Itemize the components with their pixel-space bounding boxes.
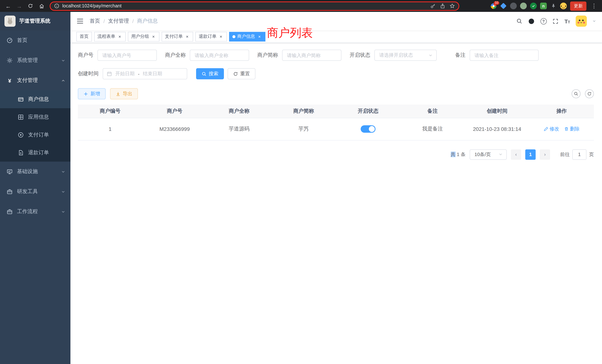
sidebar-submenu-payment: 商户信息 应用信息 支付订单 退款订单 (0, 90, 70, 162)
breadcrumb-payment[interactable]: 支付管理 (108, 18, 129, 24)
address-bar[interactable]: localhost:1024/pay/merchant (50, 1, 459, 11)
search-button[interactable]: 搜索 (196, 68, 224, 79)
cell-remark: 我是备注 (400, 118, 465, 140)
pagination-total-prefix: 共 (451, 151, 455, 157)
plus-icon (83, 91, 88, 96)
menu-fold-icon[interactable] (76, 17, 84, 25)
password-key-icon[interactable] (430, 3, 436, 9)
browser-forward-icon[interactable]: → (15, 1, 24, 10)
merchant-card-icon (18, 96, 24, 102)
short-name-input[interactable] (282, 50, 341, 61)
extension-green-square-icon[interactable]: n (540, 3, 547, 9)
merchant-no-input[interactable] (97, 50, 157, 61)
tags-view-bar: 首页 流程表单 × 用户分组 × 支付订单 × 退款订单 × (70, 30, 602, 43)
site-info-icon[interactable] (54, 3, 59, 9)
tab-process-form[interactable]: 流程表单 × (94, 32, 126, 41)
tab-refund-order[interactable]: 退款订单 × (195, 32, 227, 41)
browser-update-button[interactable]: 更新 (570, 1, 586, 11)
profile-avatar-icon[interactable]: •‿• (560, 3, 567, 9)
sidebar-item-system[interactable]: 系统管理 (0, 50, 70, 70)
font-size-icon[interactable]: TT (564, 18, 570, 24)
remark-input[interactable] (470, 50, 539, 61)
browser-reload-icon[interactable] (26, 1, 35, 10)
share-icon[interactable] (440, 3, 445, 9)
chevron-down-icon (429, 53, 433, 57)
goto-page-input[interactable] (572, 149, 586, 160)
extension-dark-circle-icon[interactable] (510, 3, 517, 9)
sidebar-item-infrastructure[interactable]: 基础设施 (0, 162, 70, 182)
delete-button[interactable]: 删除 (564, 126, 580, 132)
search-icon[interactable] (516, 18, 523, 24)
sidebar-item-dev-tools[interactable]: 研发工具 (0, 182, 70, 202)
col-short-name: 商户简称 (271, 105, 336, 118)
filter-row-1: 商户号 商户全称 商户简称 开启状态 请选择开启状态 (78, 50, 594, 61)
tab-user-group[interactable]: 用户分组 × (128, 32, 159, 41)
table-toolbar: 新增 导出 (78, 88, 594, 99)
export-button[interactable]: 导出 (110, 88, 138, 99)
status-toggle[interactable] (361, 125, 376, 133)
col-merchant-no: 商户号 (142, 105, 207, 118)
caret-down-icon[interactable] (592, 19, 596, 23)
status-select-placeholder: 请选择开启状态 (379, 52, 413, 59)
close-icon[interactable]: × (218, 34, 224, 39)
toggle-search-button[interactable] (572, 89, 580, 98)
sidebar-item-label: 研发工具 (17, 188, 38, 195)
tab-label: 退款订单 (199, 33, 216, 40)
close-icon[interactable]: × (257, 34, 262, 39)
close-icon[interactable]: × (117, 34, 122, 39)
sidebar-menu: 首页 系统管理 ¥ 支付管理 商户信息 (0, 30, 70, 222)
extension-pin-icon[interactable] (550, 3, 557, 9)
close-icon[interactable]: × (185, 34, 190, 39)
close-icon[interactable]: × (151, 34, 156, 39)
full-name-label: 商户全称 (165, 52, 186, 59)
fullscreen-icon[interactable] (552, 18, 559, 24)
tab-home[interactable]: 首页 (76, 32, 92, 41)
breadcrumb-home[interactable]: 首页 (90, 18, 100, 24)
screen: ← → localhost:1024/pay/merchant 10 n (0, 0, 602, 364)
calendar-icon (107, 71, 112, 76)
page-1-button[interactable]: 1 (525, 149, 536, 160)
browser-menu-icon[interactable]: ⋮ (590, 3, 598, 9)
extension-pinwheel-icon[interactable]: 10 (490, 3, 497, 9)
sidebar-item-payment[interactable]: ¥ 支付管理 (0, 70, 70, 90)
pagination-total: 共 1 条 (451, 151, 466, 158)
add-button[interactable]: 新增 (78, 88, 106, 99)
navbar-actions: ? TT (516, 16, 596, 27)
user-avatar[interactable] (576, 16, 587, 27)
sidebar-item-label: 退款订单 (28, 149, 49, 156)
document-icon (18, 150, 24, 156)
sidebar-item-label: 商户信息 (28, 96, 49, 103)
browser-back-icon[interactable]: ← (4, 1, 13, 10)
tab-merchant-info[interactable]: 商户信息 × (229, 32, 265, 41)
extension-gem-icon[interactable] (500, 3, 507, 9)
prev-page-button[interactable]: ‹ (511, 149, 521, 160)
refresh-table-button[interactable] (585, 89, 594, 98)
github-icon[interactable] (528, 18, 535, 24)
extension-check-icon[interactable] (530, 3, 537, 9)
reset-button[interactable]: 重置 (228, 68, 255, 79)
tab-pay-order[interactable]: 支付订单 × (162, 32, 193, 41)
page-size-select[interactable]: 10条/页 (470, 149, 507, 160)
bookmark-star-icon[interactable] (450, 3, 455, 9)
page-content: 商户号 商户全称 商户简称 开启状态 请选择开启状态 (70, 43, 602, 364)
sidebar-item-label: 首页 (17, 37, 27, 44)
edit-button[interactable]: 修改 (544, 126, 559, 132)
date-range-picker[interactable]: 开始日期 - 结束日期 (103, 68, 187, 79)
extension-avatar-icon[interactable] (520, 3, 527, 9)
full-name-input[interactable] (190, 50, 249, 61)
help-icon[interactable]: ? (540, 18, 547, 24)
sidebar-item-app-info[interactable]: 应用信息 (0, 108, 70, 126)
browser-home-icon[interactable] (37, 1, 46, 10)
sidebar-item-merchant-info[interactable]: 商户信息 (0, 90, 70, 108)
chevron-down-icon (61, 210, 65, 214)
status-select[interactable]: 请选择开启状态 (374, 50, 437, 61)
sidebar-item-refund-order[interactable]: 退款订单 (0, 144, 70, 162)
sidebar-item-workflow[interactable]: 工作流程 (0, 202, 70, 222)
chevron-down-icon (61, 190, 65, 194)
grid-icon (18, 114, 24, 120)
app-logo[interactable]: 芋道管理系统 (0, 12, 70, 30)
col-created-at: 创建时间 (465, 105, 529, 118)
sidebar-item-pay-order[interactable]: 支付订单 (0, 126, 70, 144)
sidebar-item-home[interactable]: 首页 (0, 30, 70, 50)
next-page-button[interactable]: › (540, 149, 550, 160)
